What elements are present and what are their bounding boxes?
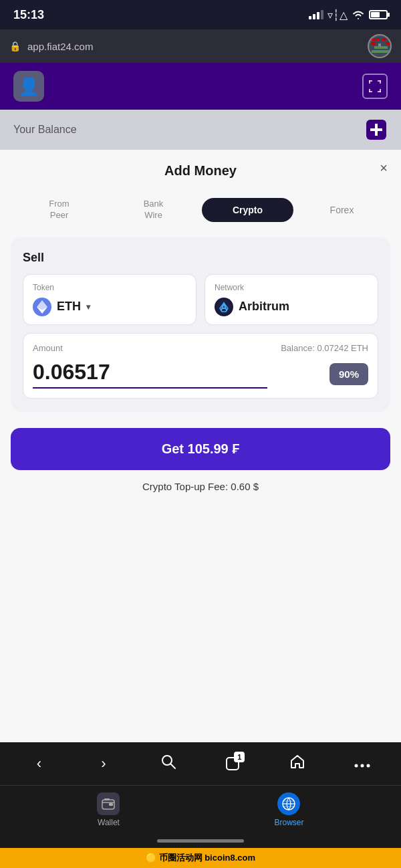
svg-rect-4	[386, 42, 390, 45]
arbitrum-icon	[215, 298, 233, 316]
svg-rect-3	[372, 42, 376, 45]
svg-rect-10	[369, 80, 370, 84]
sell-label: Sell	[23, 251, 378, 265]
token-label: Token	[33, 283, 186, 292]
balance-peek: Your Balance	[0, 110, 401, 150]
home-icon	[289, 754, 305, 774]
tab-crypto-label: Crypto	[233, 205, 263, 215]
svg-rect-14	[369, 89, 370, 92]
token-network-row: Token ETH ▾ Network	[23, 274, 378, 325]
percent-button[interactable]: 90%	[329, 363, 368, 385]
amount-input-row: 90%	[33, 360, 368, 389]
token-value[interactable]: ETH ▾	[33, 298, 186, 316]
tabs-button[interactable]: 1	[218, 749, 247, 778]
dock: Wallet Browser	[0, 785, 401, 834]
home-indicator	[0, 834, 401, 848]
search-button[interactable]	[154, 749, 183, 778]
svg-rect-12	[380, 80, 381, 84]
tab-crypto[interactable]: Crypto	[202, 198, 293, 222]
browser-icon	[277, 792, 300, 815]
network-label: Network	[215, 283, 368, 292]
scan-icon[interactable]	[362, 74, 388, 99]
dock-item-browser[interactable]: Browser	[274, 792, 303, 827]
svg-rect-1	[377, 38, 380, 41]
battery-icon	[369, 10, 388, 19]
bottom-ticker: 🟡 币圈活动网 bicoin8.com	[0, 848, 401, 868]
amount-box: Amount Balance: 0.07242 ETH 90%	[23, 333, 378, 399]
token-box[interactable]: Token ETH ▾	[23, 274, 196, 325]
svg-rect-31	[104, 798, 110, 800]
tab-row: FromPeer BankWire Crypto Forex	[0, 185, 401, 237]
more-icon	[354, 755, 370, 772]
network-name: Arbitrum	[239, 300, 289, 314]
svg-rect-16	[380, 89, 381, 92]
user-avatar: 👤	[13, 71, 44, 102]
get-button[interactable]: Get 105.99 ₣	[11, 428, 390, 470]
app-header: 👤	[0, 63, 401, 110]
signal-icon	[309, 10, 323, 19]
url-text: app.fiat24.com	[27, 41, 361, 52]
forward-icon: ›	[101, 755, 106, 772]
back-button[interactable]: ‹	[24, 749, 53, 778]
token-name: ETH	[57, 300, 81, 314]
svg-rect-5	[374, 46, 388, 49]
tab-from-peer-label: FromPeer	[49, 199, 69, 220]
bottom-nav: ‹ › 1	[0, 742, 401, 785]
sell-card: Sell Token ETH ▾ Network	[11, 237, 390, 412]
svg-rect-7	[378, 43, 381, 46]
tab-forex[interactable]: Forex	[296, 198, 388, 222]
network-box: Network Arbitrum	[205, 274, 378, 325]
tab-from-peer[interactable]: FromPeer	[13, 192, 105, 228]
modal-title: Add Money	[164, 163, 237, 179]
svg-rect-30	[109, 803, 113, 806]
back-icon: ‹	[37, 755, 41, 772]
wallet-label: Wallet	[98, 818, 120, 827]
lock-icon: 🔒	[9, 41, 21, 51]
home-bar	[157, 839, 244, 843]
close-button[interactable]: ×	[380, 161, 388, 175]
modal-overlay: Add Money × FromPeer BankWire Crypto For…	[0, 150, 401, 742]
amount-label: Amount	[33, 343, 63, 353]
balance-text: Balance: 0.07242 ETH	[281, 343, 368, 353]
wifi-icon: ▿┆△	[327, 9, 348, 21]
token-dropdown-arrow: ▾	[86, 302, 90, 312]
browser-bar: 🔒 app.fiat24.com	[0, 29, 401, 63]
network-value: Arbitrum	[215, 298, 368, 316]
browser-label: Browser	[274, 818, 303, 827]
wallet-icon	[97, 792, 120, 815]
add-icon[interactable]	[365, 118, 388, 141]
svg-point-27	[360, 764, 364, 768]
wifi-icon-svg	[352, 9, 365, 20]
svg-line-24	[170, 764, 175, 769]
fee-text: Crypto Top-up Fee: 0.60 $	[0, 477, 401, 506]
user-icon: 👤	[18, 76, 39, 97]
svg-point-28	[366, 764, 370, 768]
status-icons: ▿┆△	[309, 9, 388, 21]
ticker-text: 🟡 币圈活动网 bicoin8.com	[146, 852, 255, 864]
balance-label: Your Balance	[13, 124, 77, 136]
more-button[interactable]	[348, 749, 377, 778]
amount-header: Amount Balance: 0.07242 ETH	[33, 343, 368, 353]
svg-rect-19	[370, 128, 382, 131]
eth-icon	[33, 298, 51, 316]
tab-forex-label: Forex	[330, 205, 354, 215]
tabs-count: 1	[234, 752, 245, 762]
amount-input[interactable]	[33, 360, 267, 389]
tab-bank-wire-label: BankWire	[144, 199, 164, 220]
dock-item-wallet[interactable]: Wallet	[97, 792, 120, 827]
forward-button[interactable]: ›	[89, 749, 118, 778]
home-button[interactable]	[283, 749, 312, 778]
status-time: 15:13	[13, 8, 44, 22]
search-icon	[160, 754, 176, 774]
browser-avatar	[368, 34, 392, 58]
tab-bank-wire[interactable]: BankWire	[108, 192, 199, 228]
svg-rect-2	[382, 38, 386, 41]
status-bar: 15:13 ▿┆△	[0, 0, 401, 29]
svg-point-26	[354, 764, 358, 768]
svg-rect-6	[372, 50, 390, 53]
modal-header: Add Money ×	[0, 150, 401, 185]
